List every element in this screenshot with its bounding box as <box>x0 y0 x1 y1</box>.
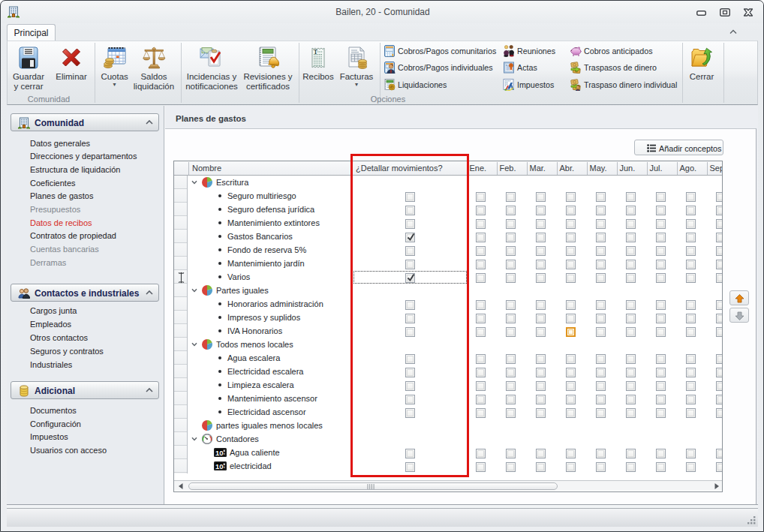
svg-text:10: 10 <box>215 462 224 470</box>
svg-text:10: 10 <box>215 449 224 457</box>
